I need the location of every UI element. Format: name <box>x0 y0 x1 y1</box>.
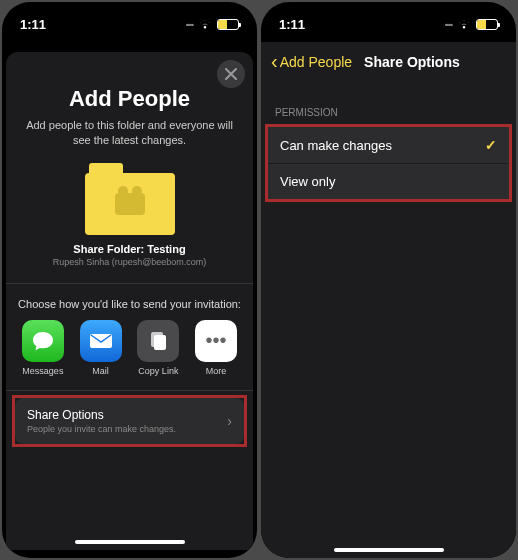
highlight-share-options: Share Options People you invite can make… <box>12 395 247 447</box>
more-icon: ••• <box>195 320 237 362</box>
share-label: Messages <box>22 366 63 376</box>
svg-rect-2 <box>154 335 166 350</box>
share-mail-button[interactable]: Mail <box>80 320 122 376</box>
folder-owner: Rupesh Sinha (rupesh@beebom.com) <box>6 257 253 267</box>
share-label: Mail <box>92 366 109 376</box>
status-right: •••• <box>186 19 239 30</box>
nav-title: Share Options <box>364 54 460 70</box>
wifi-icon <box>198 19 212 29</box>
permission-view-only[interactable]: View only <box>268 164 509 199</box>
permission-label: Can make changes <box>280 138 392 153</box>
screen-add-people: 1:11 •••• Add People Add people to this … <box>2 2 257 558</box>
status-time: 1:11 <box>279 17 305 32</box>
permission-can-make-changes[interactable]: Can make changes ✓ <box>268 127 509 164</box>
close-button[interactable] <box>217 60 245 88</box>
status-bar: 1:11 •••• <box>261 2 516 42</box>
wifi-icon <box>457 19 471 29</box>
sheet-title: Add People <box>6 86 253 112</box>
options-title: Share Options <box>27 408 176 422</box>
home-indicator[interactable] <box>75 540 185 544</box>
invite-label: Choose how you'd like to send your invit… <box>6 298 253 310</box>
share-copylink-button[interactable]: Copy Link <box>137 320 179 376</box>
share-label: Copy Link <box>138 366 178 376</box>
home-indicator[interactable] <box>334 548 444 552</box>
status-bar: 1:11 •••• <box>2 2 257 42</box>
status-time: 1:11 <box>20 17 46 32</box>
screen-share-options: 1:11 •••• ‹ Add People Share Options Per… <box>261 2 516 558</box>
options-subtitle: People you invite can make changes. <box>27 424 176 434</box>
share-messages-button[interactable]: Messages <box>22 320 64 376</box>
status-right: •••• <box>445 19 498 30</box>
back-button[interactable]: ‹ Add People <box>271 50 352 73</box>
highlight-permissions: Can make changes ✓ View only <box>265 124 512 202</box>
chevron-right-icon: › <box>227 413 232 429</box>
copylink-icon <box>137 320 179 362</box>
permission-label: View only <box>280 174 335 189</box>
nav-bar: ‹ Add People Share Options <box>261 42 516 81</box>
cellular-dots-icon: •••• <box>186 20 193 29</box>
cellular-dots-icon: •••• <box>445 20 452 29</box>
folder-icon <box>85 163 175 235</box>
sheet-subtitle: Add people to this folder and everyone w… <box>26 118 233 149</box>
messages-icon <box>22 320 64 362</box>
share-label: More <box>206 366 227 376</box>
share-methods: Messages Mail Copy Link ••• More <box>6 320 253 376</box>
folder-name: Share Folder: Testing <box>6 243 253 255</box>
battery-icon <box>476 19 498 30</box>
checkmark-icon: ✓ <box>485 137 497 153</box>
battery-icon <box>217 19 239 30</box>
back-label: Add People <box>280 54 352 70</box>
share-more-button[interactable]: ••• More <box>195 320 237 376</box>
permission-header: Permission <box>261 81 516 124</box>
add-people-sheet: Add People Add people to this folder and… <box>6 52 253 550</box>
share-options-row[interactable]: Share Options People you invite can make… <box>15 398 244 444</box>
chevron-left-icon: ‹ <box>271 50 278 73</box>
mail-icon <box>80 320 122 362</box>
